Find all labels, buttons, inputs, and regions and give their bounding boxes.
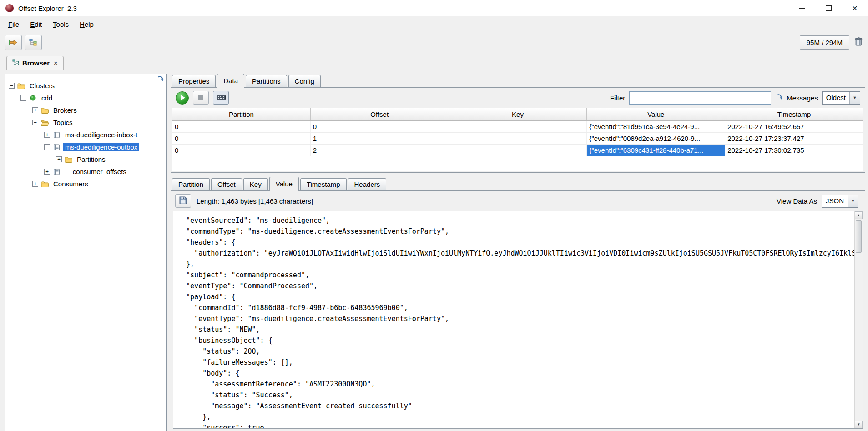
cell-offset[interactable]: 2 (311, 145, 449, 156)
detail-tab[interactable]: Value (269, 177, 299, 191)
tree-expander-icon[interactable]: + (44, 169, 50, 175)
save-icon (179, 196, 187, 205)
value-detail-panel: Length: 1,463 bytes [1,463 characters] V… (171, 190, 865, 431)
cell-timestamp[interactable]: 2022-10-27 17:30:02.735 (725, 145, 863, 156)
menu-item[interactable]: File (4, 19, 24, 30)
tree-expander-icon[interactable]: + (56, 156, 62, 162)
json-line: "success": true (178, 422, 854, 428)
column-header[interactable]: Partition (172, 108, 311, 120)
filter-input[interactable] (629, 91, 771, 105)
tree-item[interactable]: − cdd (5, 92, 166, 104)
detail-toolbar: Length: 1,463 bytes [1,463 characters] V… (171, 191, 865, 211)
app-icon (5, 4, 14, 12)
tree-refresh-icon[interactable] (156, 75, 164, 84)
topic-tab[interactable]: Data (217, 74, 244, 88)
tree-item-label: __consumer_offsets (63, 167, 128, 176)
column-header[interactable]: Timestamp (725, 108, 863, 120)
detail-tab[interactable]: Headers (348, 178, 387, 190)
scrollbar-thumb[interactable] (856, 220, 862, 253)
cell-offset[interactable]: 1 (311, 133, 449, 144)
tree-expander-icon[interactable]: − (20, 95, 26, 101)
connect-icon (9, 39, 18, 46)
cell-value[interactable]: {"eventId":"6309c431-ff28-440b-a71... (587, 145, 725, 156)
tree-expander-icon[interactable]: − (44, 144, 50, 150)
retrieve-messages-button[interactable] (176, 91, 189, 105)
tree-item[interactable]: − Clusters (5, 80, 166, 92)
tree-item[interactable]: − ms-duediligence-outbox (5, 141, 166, 153)
messages-panel: Filter Messages Oldest ▼ Partition Offse… (171, 87, 865, 173)
tree-item[interactable]: + Consumers (5, 178, 166, 190)
keyboard-entry-button[interactable] (213, 91, 229, 105)
table-row[interactable]: 0 2 {"eventId":"6309c431-ff28-440b-a71..… (172, 145, 863, 156)
minimize-button[interactable] (789, 0, 815, 16)
document-tab-bar: Browser × (0, 53, 868, 70)
topic-icon (52, 168, 61, 175)
column-header[interactable]: Value (587, 108, 725, 120)
cell-offset[interactable]: 0 (311, 121, 449, 132)
cell-key[interactable] (449, 121, 587, 132)
save-button[interactable] (175, 194, 191, 208)
memory-usage-button[interactable]: 95M / 294M (800, 35, 849, 50)
column-header[interactable]: Offset (311, 108, 449, 120)
tree-expander-icon[interactable]: + (32, 181, 38, 187)
topic-tab[interactable]: Config (288, 75, 321, 87)
tab-browser[interactable]: Browser × (6, 56, 64, 70)
table-row[interactable]: 0 0 {"eventId":"81d951ca-3e94-4e24-9... … (172, 121, 863, 133)
cell-partition[interactable]: 0 (172, 133, 311, 144)
cell-timestamp[interactable]: 2022-10-27 17:23:37.427 (725, 133, 863, 144)
close-button[interactable]: ✕ (842, 0, 868, 16)
detail-tab[interactable]: Partition (172, 178, 210, 190)
green-ball-icon (29, 95, 37, 102)
column-header[interactable]: Key (449, 108, 587, 120)
menu-item[interactable]: Tools (48, 19, 73, 30)
hierarchy-icon (29, 39, 37, 46)
cell-key[interactable] (449, 145, 587, 156)
cell-partition[interactable]: 0 (172, 121, 311, 132)
tree-item[interactable]: − Topics (5, 116, 166, 129)
menu-item[interactable]: Edit (25, 19, 46, 30)
json-viewer[interactable]: "eventSourceId": "ms-duediligence", "com… (173, 211, 854, 428)
tree-expander-icon[interactable]: − (9, 83, 15, 89)
detail-tab[interactable]: Key (243, 178, 268, 190)
add-connection-button[interactable] (5, 35, 22, 50)
detail-tab[interactable]: Offset (211, 178, 242, 190)
tree-item-label: Brokers (51, 106, 79, 115)
stop-button[interactable] (193, 91, 209, 105)
edit-hierarchy-button[interactable] (25, 35, 42, 50)
tree-item[interactable]: + Partitions (5, 153, 166, 165)
tree-expander-icon[interactable]: + (32, 107, 38, 113)
view-data-as-label: View Data As (777, 197, 817, 205)
topic-tab[interactable]: Properties (172, 75, 216, 87)
table-row[interactable]: 0 1 {"eventId":"0089d2ea-a912-4620-9... … (172, 133, 863, 145)
maximize-button[interactable] (815, 0, 842, 16)
scroll-up-icon[interactable]: ▲ (855, 211, 863, 219)
cell-partition[interactable]: 0 (172, 145, 311, 156)
json-line: "eventType": "CommandProcessed", (178, 281, 854, 291)
tree-item[interactable]: + ms-duediligence-inbox-t (5, 129, 166, 141)
menu-item[interactable]: Help (75, 19, 98, 30)
tree-item[interactable]: + Brokers (5, 104, 166, 116)
message-table: Partition Offset Key Value Timestamp 0 0 (172, 108, 863, 171)
tree-item[interactable]: + __consumer_offsets (5, 165, 166, 178)
garbage-collect-button[interactable] (855, 37, 863, 47)
topic-tab[interactable]: Partitions (246, 75, 287, 87)
cell-key[interactable] (449, 133, 587, 144)
message-order-dropdown[interactable]: Oldest ▼ (822, 91, 860, 105)
length-label: Length: 1,463 bytes [1,463 characters] (197, 197, 313, 205)
tree-expander-icon[interactable]: + (44, 132, 50, 138)
chevron-down-icon[interactable]: ▼ (849, 92, 860, 104)
view-format-dropdown[interactable]: JSON ▼ (822, 195, 858, 208)
tab-close-icon[interactable]: × (54, 59, 58, 67)
cluster-tree-panel: − Clusters − cdd + Brokers − (5, 74, 167, 431)
scroll-down-icon[interactable]: ▼ (855, 421, 863, 428)
cell-value[interactable]: {"eventId":"81d951ca-3e94-4e24-9... (587, 121, 725, 132)
json-line: "eventType": "ms-duediligence.createAsse… (178, 313, 854, 324)
cell-timestamp[interactable]: 2022-10-27 16:49:52.657 (725, 121, 863, 132)
detail-tab[interactable]: Timestamp (300, 178, 347, 190)
tree-expander-icon[interactable]: − (32, 120, 38, 125)
chevron-down-icon[interactable]: ▼ (848, 195, 858, 207)
vertical-scrollbar[interactable]: ▲ ▼ (854, 211, 863, 428)
cell-value[interactable]: {"eventId":"0089d2ea-a912-4620-9... (587, 133, 725, 144)
message-order-value: Oldest (823, 92, 849, 104)
apply-filter-icon[interactable] (775, 94, 782, 102)
